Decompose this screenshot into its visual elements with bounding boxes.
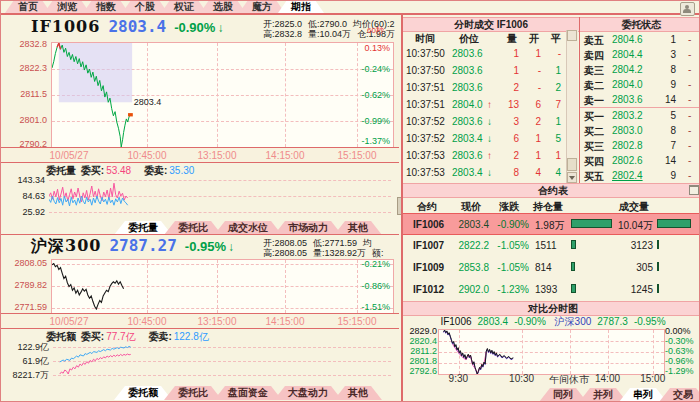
panel-title-text: 分时成交	[454, 19, 494, 30]
book-row-buy5[interactable]: 买五2802.49-	[580, 168, 700, 183]
y-tick: 61.9亿	[1, 357, 49, 366]
order-volume-strip[interactable]: 委托量 委买:53.48 委卖:35.30 143.34 84.63 25.92	[1, 164, 399, 219]
if1006-quote-header: IF1006 2803.4 -0.90% ↓ 开:2825.0低:2790.0均…	[1, 17, 399, 42]
tick-trades-columns: 时间 价位 量 开 平	[403, 30, 579, 45]
contract-row-if1009[interactable]: IF10092853.8-1.05%814305	[403, 257, 700, 279]
scroll-down-icon[interactable]	[567, 172, 577, 183]
contract-row-if1006[interactable]: IF10062803.4-0.90%1.98万10.04万	[403, 213, 700, 235]
tick-row[interactable]: 10:37:532803.6↑211	[403, 147, 566, 164]
panel-title-symbol: IF1006	[497, 19, 528, 30]
futures-terminal-window: 首页 浏览 指数 个股 权证 选股 魔方 期指 IF1006 2803.4 -0…	[0, 0, 700, 402]
tab-market-funds[interactable]: 盘面资金	[214, 386, 282, 400]
book-row-buy4[interactable]: 买四2802.614-	[580, 153, 700, 168]
order-book-rows: 卖五2804.61- 卖四2804.43- 卖三2804.28- 卖二2804.…	[580, 32, 700, 183]
divider	[1, 234, 399, 235]
time-tick: 15:15:00	[338, 150, 377, 161]
change-percent: -0.90%	[174, 20, 215, 35]
price-dir-icon: ↓	[487, 167, 492, 178]
tick-row[interactable]: 10:37:502803.611-	[403, 45, 566, 62]
tick-row[interactable]: 10:37:522803.6↓321	[403, 113, 566, 130]
pct-tick: 0.13%	[364, 44, 390, 53]
book-row-buy1[interactable]: 买一2803.25-	[580, 107, 700, 123]
col-time: 时间	[415, 32, 435, 46]
book-row-sell4[interactable]: 卖四2804.43-	[580, 47, 700, 62]
comparison-plot-area[interactable]	[438, 329, 665, 375]
price-tick: 2792.6	[405, 367, 437, 375]
tab-order-volume[interactable]: 委托量	[114, 221, 172, 235]
restore-window-icon[interactable]	[689, 185, 699, 195]
tab-stocks[interactable]: 个股	[122, 0, 168, 13]
pct-tick: 0.00%	[665, 327, 700, 335]
tick-row[interactable]: 10:37:532803.4↓844	[403, 164, 566, 181]
book-row-buy2[interactable]: 买二2803.08-	[580, 123, 700, 138]
tab-other[interactable]: 其他	[334, 221, 382, 235]
price-dir-icon: ↓	[487, 133, 492, 144]
tick-row[interactable]: 10:37:512803.62-2	[403, 79, 566, 96]
price-dir-icon: ↑	[487, 99, 492, 110]
user-icon-body	[683, 9, 691, 13]
tab-cascade[interactable]: 串列	[619, 388, 667, 402]
comparison-chart-panel: 对比分时图 IF10062803.4-0.90% 沪深3002787.3-0.9…	[403, 301, 700, 401]
time-axis: 10/05/27 10:45:00 13:15:00 14:15:00 15:1…	[1, 147, 399, 163]
tick-scrollbar[interactable]	[566, 30, 578, 183]
time-tick: 9:30	[449, 373, 468, 384]
scroll-up-icon[interactable]	[567, 30, 577, 41]
tab-market-momentum[interactable]: 市场动力	[274, 221, 342, 235]
hs300-intraday-chart[interactable]: -0.21% -0.86% -1.51% 2808.05 2789.82 277…	[1, 259, 399, 313]
stat-low: 低:2771.59	[313, 238, 357, 248]
price-tick: 2801.8	[405, 357, 437, 365]
stat-volume: 量:10.04万	[308, 29, 351, 39]
tick-row[interactable]: 10:37:522803.4↓615	[403, 130, 566, 147]
book-row-sell3[interactable]: 卖三2804.28-	[580, 62, 700, 77]
tab-market-power[interactable]: 大盘动力	[274, 386, 342, 400]
time-tick: 10:45:00	[128, 316, 167, 327]
down-arrow-icon: ↓	[217, 21, 223, 35]
tab-index[interactable]: 指数	[83, 0, 129, 13]
comparison-legend: IF10062803.4-0.90% 沪深3002787.3-0.95%	[403, 315, 700, 329]
col-open: 开	[529, 32, 539, 46]
stat-avg: 均	[363, 238, 372, 248]
legend-symbol-2: 沪深300	[555, 316, 592, 327]
tick-row[interactable]: 10:37:502803.61-1	[403, 62, 566, 79]
tab-order-ratio[interactable]: 委托比	[164, 221, 222, 235]
tab-order-ratio-2[interactable]: 委托比	[164, 386, 222, 400]
tab-stock-picker[interactable]: 选股	[200, 0, 246, 13]
order-volume-plot	[49, 176, 391, 216]
tab-futures-active[interactable]: 期指	[278, 0, 324, 13]
user-icon[interactable]	[680, 2, 695, 16]
tab-cube[interactable]: 魔方	[239, 0, 285, 13]
time-tick: 14:00	[595, 373, 620, 384]
y-tick: 84.63	[1, 192, 45, 201]
tab-warrants[interactable]: 权证	[161, 0, 207, 13]
book-row-sell2[interactable]: 卖二2804.09-	[580, 77, 700, 92]
scroll-thumb[interactable]	[567, 158, 577, 171]
vol-bar	[657, 284, 695, 293]
comparison-time-axis: 9:30 10:30 午间休市 14:00 15:00	[438, 373, 664, 385]
pct-tick: -0.99%	[361, 117, 390, 126]
tab-side-by-side[interactable]: 并列	[579, 388, 627, 402]
order-amount-strip[interactable]: 委托额 委买:77.7亿 委卖:122.8亿 122.9亿 61.9亿 8221…	[1, 330, 399, 384]
tab-home[interactable]: 首页	[5, 0, 51, 13]
contract-row-if1007[interactable]: IF10072822.2-1.05%15113123	[403, 235, 700, 257]
tab-same-column[interactable]: 同列	[539, 388, 587, 402]
symbol-name: IF1006	[31, 17, 100, 36]
tab-trade[interactable]: 交易	[659, 388, 700, 402]
stat-volume: 量:1328.92万	[313, 248, 366, 258]
legend-symbol-1: IF1006	[440, 316, 471, 327]
price-tick: 2822.3	[3, 64, 47, 73]
last-price-label: 2803.4	[134, 97, 162, 107]
indicator-tabs-1: 委托量 委托比 成交水位 市场动力 其他	[114, 220, 374, 235]
tick-row[interactable]: 10:37:512804.0↑1367	[403, 96, 566, 113]
right-panel: 分时成交 IF1006 时间 价位 量 开 平 10:37:502803.611…	[401, 15, 700, 402]
col-contract: 合约	[417, 200, 437, 214]
if1006-intraday-chart[interactable]: 2803.4 0.13% -0.24% -0.62% -0.99% -1.37%…	[1, 42, 399, 147]
contract-row-if1012[interactable]: IF10122902.0-1.23%13931245	[403, 279, 700, 301]
book-row-buy3[interactable]: 买三2802.87-	[580, 138, 700, 153]
tab-trade-level[interactable]: 成交水位	[214, 221, 282, 235]
tab-other-2[interactable]: 其他	[334, 386, 382, 400]
book-row-sell5[interactable]: 卖五2804.61-	[580, 32, 700, 47]
book-row-sell1[interactable]: 卖一2803.614-	[580, 92, 700, 107]
tab-order-amount[interactable]: 委托额	[114, 386, 172, 400]
tab-browse[interactable]: 浏览	[44, 0, 90, 13]
y-tick: 8221.7万	[1, 371, 49, 380]
